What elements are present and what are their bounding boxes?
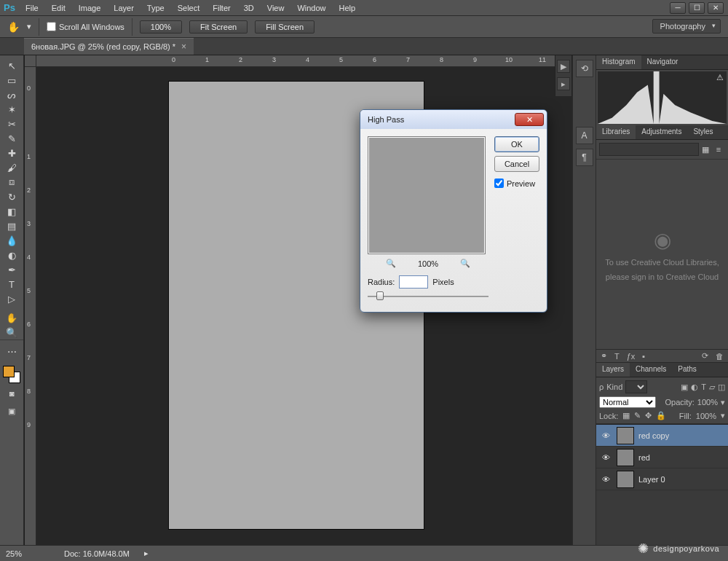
opacity-value[interactable]: 100%: [697, 398, 718, 407]
type-icon[interactable]: T: [614, 352, 620, 361]
fill-swatch-icon[interactable]: ▪: [642, 352, 645, 361]
lock-all-icon[interactable]: ▦: [622, 411, 630, 420]
color-swatch[interactable]: [3, 366, 20, 383]
tab-libraries[interactable]: Libraries: [596, 125, 636, 139]
close-tab-icon[interactable]: ×: [181, 42, 186, 52]
eyedropper-tool[interactable]: ✎: [2, 131, 21, 146]
fx-icon[interactable]: ƒx: [627, 352, 636, 361]
tab-styles[interactable]: Styles: [687, 125, 719, 139]
zoom-out-icon[interactable]: 🔍: [386, 259, 396, 268]
lock-move-icon[interactable]: ✥: [645, 411, 652, 420]
tab-histogram[interactable]: Histogram: [596, 55, 641, 69]
zoom-tool[interactable]: 🔍: [2, 325, 21, 340]
scroll-all-windows-checkbox[interactable]: Scroll All Windows: [47, 22, 124, 31]
filter-adjust-icon[interactable]: ◐: [691, 382, 698, 392]
preview-checkbox[interactable]: Preview: [494, 176, 539, 188]
pen-tool[interactable]: ✒: [2, 262, 21, 277]
blur-tool[interactable]: 💧: [2, 233, 21, 248]
tab-layers[interactable]: Layers: [596, 363, 630, 377]
layer-row[interactable]: 👁 red copy: [596, 425, 728, 447]
dialog-titlebar[interactable]: High Pass ✕: [360, 110, 547, 129]
menu-file[interactable]: File: [19, 0, 45, 16]
gradient-tool[interactable]: ▤: [2, 219, 21, 233]
hand-tool[interactable]: ✋: [2, 310, 21, 325]
lock-brush-icon[interactable]: ✎: [634, 411, 641, 420]
histogram-warning-icon[interactable]: ⚠: [716, 73, 724, 82]
zoom-preset-button[interactable]: 100%: [140, 20, 182, 34]
link-icon[interactable]: ⚭: [601, 351, 607, 361]
brush-tool[interactable]: 🖌: [2, 160, 21, 175]
menu-type[interactable]: Type: [141, 0, 171, 16]
document-tab[interactable]: 6новая.JPG @ 25% (red copy, RGB/8) * ×: [24, 38, 194, 55]
library-dropdown[interactable]: [599, 143, 699, 156]
fill-value[interactable]: 100%: [696, 412, 716, 420]
edit-toolbar[interactable]: ⋯: [2, 344, 21, 358]
lasso-tool[interactable]: ᔕ: [2, 87, 21, 102]
dodge-tool[interactable]: ◐: [2, 248, 21, 262]
eraser-tool[interactable]: ◧: [2, 204, 21, 219]
layer-thumbnail[interactable]: [617, 471, 634, 488]
refresh-icon[interactable]: ⟳: [702, 351, 708, 361]
menu-select[interactable]: Select: [171, 0, 207, 16]
workspace-switcher[interactable]: Photography: [652, 19, 721, 34]
path-selection-tool[interactable]: ▷: [2, 291, 21, 306]
filter-smart-icon[interactable]: ◫: [718, 382, 725, 392]
library-grid-icon[interactable]: ▦: [699, 143, 712, 156]
magic-wand-tool[interactable]: ✶: [2, 102, 21, 117]
menu-help[interactable]: Help: [333, 0, 363, 16]
filter-type-icon[interactable]: T: [701, 382, 706, 391]
visibility-icon[interactable]: 👁: [599, 453, 612, 462]
paragraph-panel-icon[interactable]: ¶: [576, 149, 593, 166]
menu-layer[interactable]: Layer: [107, 0, 141, 16]
cancel-button[interactable]: Cancel: [494, 156, 539, 172]
fit-screen-button[interactable]: Fit Screen: [189, 20, 248, 34]
screen-mode-icon[interactable]: ▣: [2, 404, 21, 418]
healing-brush-tool[interactable]: ✚: [2, 146, 21, 160]
radius-slider[interactable]: [368, 290, 488, 305]
menu-3d[interactable]: 3D: [237, 0, 261, 16]
tab-paths[interactable]: Paths: [672, 363, 703, 377]
window-minimize[interactable]: ─: [670, 2, 686, 14]
ok-button[interactable]: OK: [494, 136, 539, 152]
quick-mask-icon[interactable]: ◙: [2, 386, 21, 401]
lock-icon[interactable]: 🔒: [656, 411, 666, 420]
tab-adjustments[interactable]: Adjustments: [636, 125, 687, 139]
menu-filter[interactable]: Filter: [206, 0, 237, 16]
marquee-tool[interactable]: ▭: [2, 73, 21, 87]
radius-input[interactable]: [399, 275, 428, 289]
history-brush-tool[interactable]: ↻: [2, 189, 21, 204]
blend-mode-dropdown[interactable]: Normal: [599, 396, 656, 408]
type-tool[interactable]: T: [2, 277, 21, 291]
layer-thumbnail[interactable]: [617, 449, 634, 466]
menu-edit[interactable]: Edit: [45, 0, 72, 16]
visibility-icon[interactable]: 👁: [599, 475, 612, 484]
zoom-level[interactable]: 25%: [6, 549, 50, 558]
move-tool[interactable]: ↖: [2, 58, 21, 73]
menu-image[interactable]: Image: [72, 0, 108, 16]
fill-screen-button[interactable]: Fill Screen: [255, 20, 314, 34]
crop-tool[interactable]: ✂: [2, 117, 21, 131]
window-close[interactable]: ✕: [708, 2, 724, 14]
window-maximize[interactable]: ☐: [689, 2, 705, 14]
tab-channels[interactable]: Channels: [630, 363, 672, 377]
panel-strip-item[interactable]: ▸: [557, 77, 570, 90]
filter-preview[interactable]: [368, 136, 486, 254]
filter-shape-icon[interactable]: ▱: [709, 382, 715, 392]
tab-navigator[interactable]: Navigator: [641, 55, 684, 69]
menu-view[interactable]: View: [261, 0, 291, 16]
trash-icon[interactable]: 🗑: [716, 352, 724, 361]
visibility-icon[interactable]: 👁: [599, 431, 612, 440]
zoom-in-icon[interactable]: 🔍: [460, 259, 470, 268]
character-panel-icon[interactable]: A: [576, 127, 593, 144]
menu-window[interactable]: Window: [290, 0, 332, 16]
layer-row[interactable]: 👁 Layer 0: [596, 468, 728, 490]
clone-stamp-tool[interactable]: ⧈: [2, 175, 21, 189]
layer-row[interactable]: 👁 red: [596, 447, 728, 468]
dialog-close-button[interactable]: ✕: [515, 113, 544, 126]
library-list-icon[interactable]: ≡: [712, 143, 725, 156]
layer-thumbnail[interactable]: [617, 427, 634, 444]
filter-image-icon[interactable]: ▣: [681, 382, 688, 392]
layer-filter-dropdown[interactable]: [625, 380, 647, 393]
history-panel-icon[interactable]: ⟲: [576, 60, 593, 77]
play-icon[interactable]: ▶: [557, 60, 570, 73]
